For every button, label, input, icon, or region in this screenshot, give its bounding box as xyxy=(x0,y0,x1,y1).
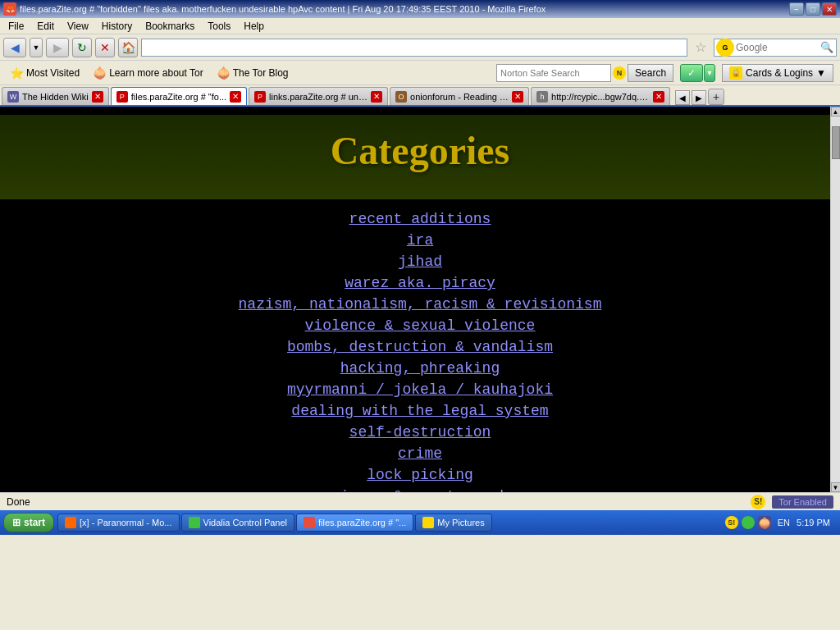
category-list: recent additions ira jihad warez aka. pi… xyxy=(0,206,840,492)
menu-help[interactable]: Help xyxy=(239,19,269,34)
tab-favicon-1: P xyxy=(116,91,128,103)
tab-close-1[interactable]: ✕ xyxy=(230,91,241,103)
tor-tray-icon: 🧅 xyxy=(758,516,771,529)
menu-view[interactable]: View xyxy=(62,19,94,34)
link-self-destruction[interactable]: self-destruction xyxy=(16,424,824,441)
menu-edit[interactable]: Edit xyxy=(32,19,59,34)
link-warez[interactable]: warez aka. piracy xyxy=(16,275,824,291)
stop-button[interactable]: ✕ xyxy=(95,38,115,57)
tab-onionforum[interactable]: O onionforum - Reading Topic... ✕ xyxy=(390,87,529,105)
link-bombs[interactable]: bombs, destruction & vandalism xyxy=(16,339,824,355)
tab-links-parazite[interactable]: P links.paraZite.org # underg... ✕ xyxy=(249,87,388,105)
learn-tor-bookmark[interactable]: 🧅 Learn more about Tor xyxy=(89,65,207,81)
address-bar[interactable]: http://kpynyvym6xqi7wz2.onion/files.html xyxy=(141,39,687,57)
tab-title-1: files.paraZite.org # "fo... xyxy=(131,92,226,102)
restore-button[interactable]: □ xyxy=(806,2,820,16)
link-hacking[interactable]: hacking, phreaking xyxy=(16,360,824,377)
forward-button[interactable]: ▶ xyxy=(46,38,69,57)
norton-search-input[interactable] xyxy=(496,64,611,82)
start-label: start xyxy=(24,517,45,528)
most-visited-bookmark[interactable]: ⭐ Most Visited xyxy=(7,65,83,81)
tor-blog-bookmark[interactable]: 🧅 The Tor Blog xyxy=(213,65,292,81)
clock: 5:19 PM xyxy=(797,518,830,527)
link-legal[interactable]: dealing with the legal system xyxy=(16,403,824,419)
link-ira[interactable]: ira xyxy=(16,232,824,249)
scrollbar[interactable]: ▲ ▼ xyxy=(830,107,840,492)
status-text: Done xyxy=(7,496,30,508)
titlebar: 🦊 files.paraZite.org # "forbidden" files… xyxy=(0,0,840,18)
link-jihad[interactable]: jihad xyxy=(16,253,824,270)
tab-hidden-wiki[interactable]: W The Hidden Wiki ✕ xyxy=(2,87,109,105)
tab-favicon-3: O xyxy=(395,91,407,103)
google-search-button[interactable]: 🔍 xyxy=(818,39,836,57)
start-icon: ⊞ xyxy=(12,517,21,528)
statusbar: Done S! Tor Enabled xyxy=(0,492,840,510)
menu-file[interactable]: File xyxy=(3,19,29,34)
minimize-button[interactable]: − xyxy=(789,2,804,16)
tor-blog-icon: 🧅 xyxy=(217,66,231,80)
tab-close-4[interactable]: ✕ xyxy=(653,91,664,103)
link-recent-additions[interactable]: recent additions xyxy=(16,211,824,227)
close-button[interactable]: ✕ xyxy=(822,2,837,16)
back-button[interactable]: ◀ xyxy=(3,38,26,57)
norton-search-button[interactable]: Search xyxy=(628,64,673,82)
link-violence[interactable]: violence & sexual violence xyxy=(16,317,824,334)
address-input[interactable]: http://kpynyvym6xqi7wz2.onion/files.html xyxy=(145,42,683,53)
google-search-logo: G xyxy=(716,39,734,57)
menu-tools[interactable]: Tools xyxy=(203,19,235,34)
scrollbar-up-button[interactable]: ▲ xyxy=(831,107,841,116)
tab-rcypic[interactable]: h http://rcypic...bgw7dq.onion/ ✕ xyxy=(531,87,670,105)
check-button[interactable]: ✓ xyxy=(680,64,703,82)
back-dropdown[interactable]: ▼ xyxy=(30,38,43,57)
tab-favicon-0: W xyxy=(7,91,19,103)
norton-status: S! xyxy=(751,495,765,509)
navbar: ◀ ▼ ▶ ↻ ✕ 🏠 http://kpynyvym6xqi7wz2.onio… xyxy=(0,34,840,61)
tab-title-4: http://rcypic...bgw7dq.onion/ xyxy=(551,92,650,102)
norton-tray-icon: S! xyxy=(725,516,738,529)
tor-enabled-badge: Tor Enabled xyxy=(772,495,833,509)
taskbar-item-label-3: My Pictures xyxy=(437,518,484,527)
tab-scroll-right[interactable]: ▶ xyxy=(692,90,706,105)
taskbar-item-paranormal[interactable]: [x] - Paranormal - Mo... xyxy=(57,514,179,532)
taskbar-item-pictures[interactable]: My Pictures xyxy=(415,514,491,532)
tab-close-3[interactable]: ✕ xyxy=(512,91,523,103)
tab-close-2[interactable]: ✕ xyxy=(371,91,382,103)
bookmark-star-button[interactable]: ☆ xyxy=(691,39,710,57)
parazite-icon xyxy=(304,517,315,528)
home-button[interactable]: 🏠 xyxy=(118,38,138,57)
check-dropdown[interactable]: ▼ xyxy=(704,64,715,82)
scrollbar-thumb[interactable] xyxy=(832,126,840,159)
tab-scroll-left[interactable]: ◀ xyxy=(675,90,690,105)
browser-content-area: Categories recent additions ira jihad wa… xyxy=(0,107,840,492)
taskbar-item-vidalia[interactable]: Vidalia Control Panel xyxy=(181,514,295,532)
network-tray-icon xyxy=(742,516,755,529)
menu-bookmarks[interactable]: Bookmarks xyxy=(140,19,199,34)
refresh-button[interactable]: ↻ xyxy=(72,38,92,57)
link-crime[interactable]: crime xyxy=(16,445,824,462)
system-tray: S! 🧅 xyxy=(725,516,771,529)
taskbar-item-parazite[interactable]: files.paraZite.org # "... xyxy=(296,514,413,532)
learn-tor-label: Learn more about Tor xyxy=(109,67,203,79)
norton-search: N Search xyxy=(496,64,673,82)
tabs-bar: W The Hidden Wiki ✕ P files.paraZite.org… xyxy=(0,85,840,107)
google-search-input[interactable] xyxy=(736,42,818,53)
taskbar-item-label-1: Vidalia Control Panel xyxy=(203,518,288,527)
new-tab-button[interactable]: + xyxy=(708,89,724,105)
most-visited-label: Most Visited xyxy=(26,67,80,79)
cards-logins-button[interactable]: 🔒 Cards & Logins ▼ xyxy=(722,64,833,82)
tab-close-0[interactable]: ✕ xyxy=(92,91,103,103)
tor-icon: 🧅 xyxy=(93,66,107,80)
link-lock-picking[interactable]: lock picking xyxy=(16,467,824,483)
tab-favicon-4: h xyxy=(536,91,548,103)
toolbar: ⭐ Most Visited 🧅 Learn more about Tor 🧅 … xyxy=(0,61,840,85)
norton-search-label: Search xyxy=(635,67,666,79)
menu-history[interactable]: History xyxy=(97,19,137,34)
menubar: File Edit View History Bookmarks Tools H… xyxy=(0,18,840,34)
norton-logo: N xyxy=(613,66,626,80)
link-privacy[interactable]: privacy & cryptography xyxy=(16,488,824,492)
link-myyrmanni[interactable]: myyrmanni / jokela / kauhajoki xyxy=(16,381,824,398)
start-button[interactable]: ⊞ start xyxy=(3,513,54,532)
link-nazism[interactable]: nazism, nationalism, racism & revisionis… xyxy=(16,296,824,313)
scrollbar-down-button[interactable]: ▼ xyxy=(831,482,841,492)
tab-parazite[interactable]: P files.paraZite.org # "fo... ✕ xyxy=(111,87,247,105)
